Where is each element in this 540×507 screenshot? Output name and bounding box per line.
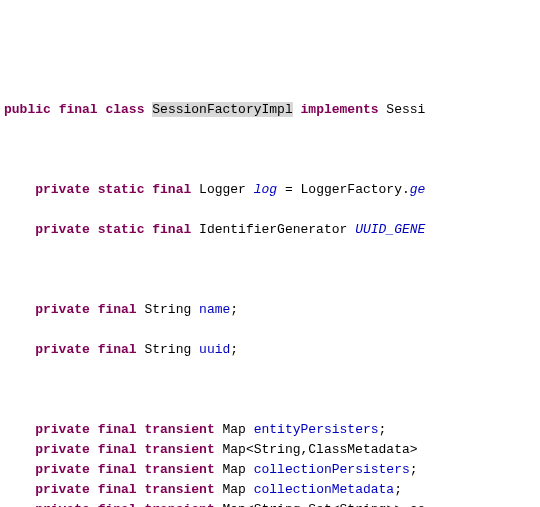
transient-field-line: private final transient Map<String,Set<S… (4, 500, 540, 507)
class-declaration: public final class SessionFactoryImpl im… (4, 100, 540, 120)
logger-field: private static final Logger log = Logger… (4, 180, 540, 200)
transient-field-line: private final transient Map collectionMe… (4, 480, 540, 500)
blank-line (4, 140, 540, 160)
uuid-field: private final String uuid; (4, 340, 540, 360)
transient-field-line: private final transient Map entityPersis… (4, 420, 540, 440)
blank-line (4, 380, 540, 400)
blank-line (4, 260, 540, 280)
code-area: public final class SessionFactoryImpl im… (0, 80, 540, 507)
transient-field-line: private final transient Map collectionPe… (4, 460, 540, 480)
class-name: SessionFactoryImpl (152, 102, 292, 117)
transient-field-line: private final transient Map<String,Class… (4, 440, 540, 460)
name-field: private final String name; (4, 300, 540, 320)
uuid-generator-field: private static final IdentifierGenerator… (4, 220, 540, 240)
